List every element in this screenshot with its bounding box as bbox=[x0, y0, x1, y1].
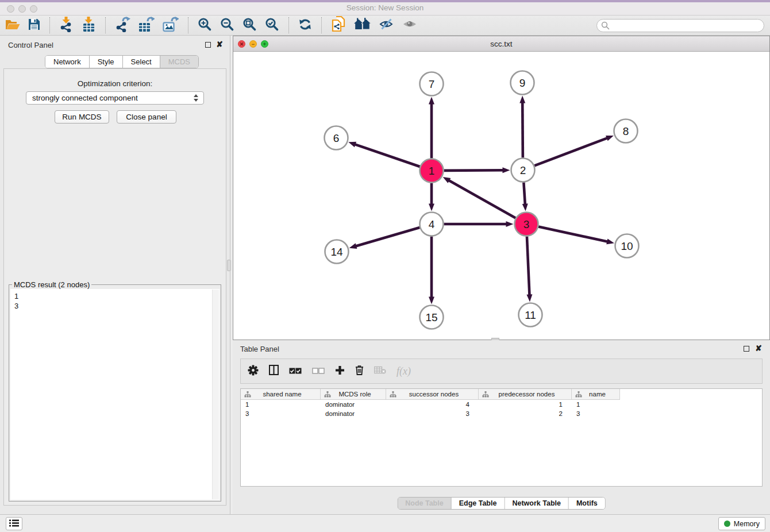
close-panel-button[interactable]: Close panel bbox=[117, 110, 176, 124]
graph-edge-arrowhead bbox=[429, 204, 434, 211]
import-network-button[interactable] bbox=[59, 17, 74, 34]
mcds-result-box[interactable]: 1 3 bbox=[10, 289, 220, 500]
network-files-icon bbox=[331, 16, 346, 34]
table-cell[interactable]: 1 bbox=[479, 400, 572, 409]
search-field bbox=[596, 19, 764, 32]
graph-edge-1-2[interactable] bbox=[444, 170, 504, 171]
tab-mcds[interactable]: MCDS bbox=[160, 56, 198, 68]
list-icon bbox=[9, 519, 19, 529]
select-all-button[interactable] bbox=[289, 366, 302, 376]
network-window-titlebar[interactable]: ✕ − + scc.txt bbox=[233, 36, 769, 52]
attribute-icon bbox=[244, 391, 251, 398]
zoom-in-button[interactable] bbox=[198, 17, 212, 34]
task-history-button[interactable] bbox=[6, 517, 22, 530]
status-bar: Memory bbox=[0, 514, 770, 532]
hide-selected-button[interactable] bbox=[379, 17, 394, 34]
export-table-button[interactable] bbox=[138, 17, 155, 34]
table-row[interactable]: 3dominator323 bbox=[241, 409, 762, 418]
graph-edge-3-10[interactable] bbox=[538, 227, 609, 242]
memory-label: Memory bbox=[734, 520, 760, 528]
unchecked-boxes-icon bbox=[312, 366, 325, 376]
panel-mode-button[interactable] bbox=[269, 365, 279, 377]
tab-style[interactable]: Style bbox=[90, 56, 123, 68]
tab-motifs[interactable]: Motifs bbox=[569, 498, 605, 509]
graph-node-label: 7 bbox=[429, 78, 435, 90]
column-header-predecessor-nodes[interactable]: predecessor nodes bbox=[479, 389, 572, 400]
float-panel-icon[interactable] bbox=[205, 42, 211, 48]
graph-node-label: 4 bbox=[429, 218, 435, 230]
deselect-all-button[interactable] bbox=[312, 366, 325, 376]
float-table-panel-icon[interactable] bbox=[744, 346, 749, 352]
column-header-shared-name[interactable]: shared name bbox=[241, 389, 321, 400]
graph-node-label: 6 bbox=[333, 132, 340, 144]
table-cell[interactable]: 1 bbox=[572, 400, 620, 409]
zoom-out-button[interactable] bbox=[220, 17, 234, 34]
delete-column-button[interactable] bbox=[355, 365, 364, 377]
criterion-dropdown[interactable]: strongly connected component bbox=[26, 91, 204, 105]
eye-slash-icon bbox=[379, 18, 394, 33]
toolbar-separator bbox=[288, 17, 289, 33]
splitter-grip[interactable] bbox=[227, 260, 231, 271]
import-table-button[interactable] bbox=[82, 17, 96, 34]
network-canvas[interactable]: 7968124314101511 bbox=[233, 52, 769, 340]
window-titlebar: Session: New Session bbox=[0, 0, 770, 16]
graph-edge-2-8[interactable] bbox=[534, 138, 609, 166]
tab-network-table[interactable]: Network Table bbox=[505, 498, 569, 509]
table-row[interactable]: 1dominator411 bbox=[241, 400, 762, 409]
open-session-button[interactable] bbox=[5, 17, 20, 34]
column-header-MCDS-role[interactable]: MCDS role bbox=[321, 389, 386, 400]
optimization-criterion-label: Optimization criterion: bbox=[4, 79, 226, 88]
search-input[interactable] bbox=[596, 19, 764, 32]
result-scrollbar[interactable] bbox=[212, 290, 219, 499]
tab-select[interactable]: Select bbox=[123, 56, 160, 68]
table-cell[interactable]: dominator bbox=[321, 409, 386, 418]
save-session-button[interactable] bbox=[28, 17, 40, 34]
graph-edge-1-6[interactable] bbox=[354, 144, 420, 167]
table-cell[interactable]: 3 bbox=[386, 409, 479, 418]
graph-node-label: 1 bbox=[429, 165, 435, 177]
graph-edge-arrowhead bbox=[606, 239, 614, 245]
graph-edge-arrowhead bbox=[606, 136, 614, 141]
control-panel-title: Control Panel bbox=[8, 41, 53, 49]
graph-edge-2-9[interactable] bbox=[522, 101, 523, 157]
export-image-button[interactable] bbox=[163, 17, 179, 34]
column-header-name[interactable]: name bbox=[572, 389, 620, 400]
close-table-panel-icon[interactable]: ✘ bbox=[755, 345, 762, 351]
tab-node-table[interactable]: Node Table bbox=[398, 498, 451, 509]
graph-edge-arrowhead bbox=[519, 95, 525, 103]
table-cell[interactable]: 3 bbox=[572, 409, 620, 418]
graph-edge-4-14[interactable] bbox=[355, 228, 419, 246]
graph-edge-3-11[interactable] bbox=[527, 236, 530, 296]
table-cell[interactable]: 2 bbox=[479, 409, 572, 418]
export-image-icon bbox=[163, 17, 179, 34]
tab-edge-table[interactable]: Edge Table bbox=[452, 498, 505, 509]
table-cell[interactable]: 4 bbox=[386, 400, 479, 409]
home-view-button[interactable] bbox=[354, 17, 371, 34]
add-column-button[interactable] bbox=[335, 365, 345, 377]
column-header-successor-nodes[interactable]: successor nodes bbox=[386, 389, 479, 400]
graph-node-label: 10 bbox=[621, 240, 633, 252]
zoom-fit-button[interactable] bbox=[242, 17, 257, 34]
network-files-button[interactable] bbox=[331, 17, 346, 34]
memory-button[interactable]: Memory bbox=[718, 517, 765, 530]
zoom-selected-button[interactable] bbox=[265, 17, 279, 34]
close-panel-icon[interactable]: ✘ bbox=[216, 41, 223, 47]
run-mcds-button[interactable]: Run MCDS bbox=[55, 110, 109, 124]
table-settings-button[interactable] bbox=[248, 365, 259, 378]
table-panel-title: Table Panel bbox=[240, 345, 279, 353]
function-builder-button[interactable]: f(x) bbox=[396, 365, 411, 377]
node-table: shared nameMCDS rolesuccessor nodesprede… bbox=[240, 388, 763, 487]
show-all-button[interactable] bbox=[402, 17, 417, 34]
delete-table-button[interactable] bbox=[374, 366, 386, 376]
export-network-icon bbox=[115, 17, 130, 34]
graph-edge-3-1[interactable] bbox=[448, 180, 515, 218]
table-cell[interactable]: dominator bbox=[321, 400, 386, 409]
criterion-value: strongly connected component bbox=[32, 94, 138, 102]
refresh-view-button[interactable] bbox=[298, 17, 312, 34]
table-cell[interactable]: 3 bbox=[241, 409, 321, 418]
graph-edge-arrowhead bbox=[348, 142, 356, 147]
table-cell[interactable]: 1 bbox=[241, 400, 321, 409]
export-network-button[interactable] bbox=[115, 17, 130, 34]
tab-network[interactable]: Network bbox=[45, 56, 90, 68]
graph-edge-2-3[interactable] bbox=[523, 182, 525, 205]
